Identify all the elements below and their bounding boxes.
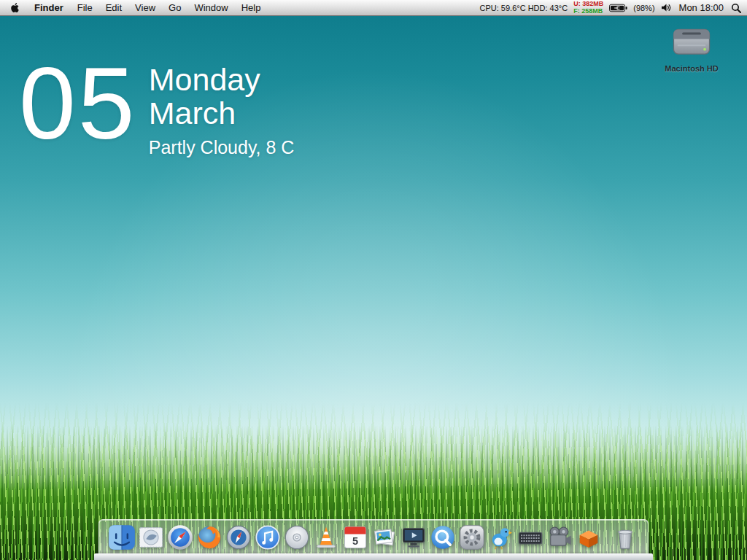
compass-icon[interactable] xyxy=(225,524,252,551)
menu-items: FileEditViewGoWindowHelp xyxy=(71,2,268,13)
menu-window[interactable]: Window xyxy=(187,2,234,13)
quicktime-icon[interactable] xyxy=(429,524,457,551)
hard-drive-icon xyxy=(669,22,714,63)
volume-icon[interactable] xyxy=(661,3,672,12)
dock-base-edge xyxy=(94,553,653,560)
memory-free: F: 258MB xyxy=(573,8,603,15)
keyboard-icon[interactable] xyxy=(516,524,544,551)
safari-icon[interactable] xyxy=(166,524,194,551)
active-app-name[interactable]: Finder xyxy=(27,2,71,13)
apple-menu[interactable] xyxy=(6,2,27,13)
itunes-icon[interactable] xyxy=(254,524,282,551)
finder-icon[interactable] xyxy=(108,524,136,551)
battery-icon[interactable] xyxy=(609,4,627,12)
menu-help[interactable]: Help xyxy=(235,2,268,13)
memory-stats[interactable]: U: 382MB F: 258MB xyxy=(573,1,603,15)
mail-icon[interactable] xyxy=(137,524,165,551)
dock: 5 xyxy=(98,519,649,560)
volume-label: Macintosh HD xyxy=(665,64,718,73)
spotlight-icon[interactable] xyxy=(731,3,741,13)
menu-edit[interactable]: Edit xyxy=(99,2,128,13)
date-weather-widget: 05 Monday March Partly Cloudy, 8 C xyxy=(19,60,294,158)
sensor-stats[interactable]: CPU: 59.6°C HDD: 43°C xyxy=(480,4,568,12)
package-icon[interactable] xyxy=(575,524,603,551)
battery-percent: (98%) xyxy=(633,4,654,12)
menu-file[interactable]: File xyxy=(71,2,99,13)
widget-weather: Partly Cloudy, 8 C xyxy=(149,137,295,158)
movie-camera-icon[interactable] xyxy=(546,524,573,551)
display-icon[interactable] xyxy=(400,524,427,551)
vlc-icon[interactable] xyxy=(312,524,340,551)
widget-day-number: 05 xyxy=(19,60,137,158)
bird-chat-icon[interactable] xyxy=(487,524,515,551)
menu-go[interactable]: Go xyxy=(162,2,187,13)
menu-bar-status: CPU: 59.6°C HDD: 43°C U: 382MB F: 258MB … xyxy=(480,1,741,15)
dvd-player-icon[interactable] xyxy=(283,524,311,551)
svg-text:5: 5 xyxy=(352,535,358,547)
widget-month: March xyxy=(149,96,295,130)
firefox-icon[interactable] xyxy=(196,524,223,551)
calendar-icon[interactable]: 5 xyxy=(341,524,369,551)
system-preferences-icon[interactable] xyxy=(458,524,486,551)
apple-logo-icon xyxy=(10,2,20,13)
photos-icon[interactable] xyxy=(371,524,398,551)
widget-weekday: Monday xyxy=(149,63,295,96)
desktop-icon-macintosh-hd[interactable]: Macintosh HD xyxy=(654,22,729,73)
menu-bar: Finder FileEditViewGoWindowHelp CPU: 59.… xyxy=(0,0,747,16)
menu-view[interactable]: View xyxy=(128,2,162,13)
dock-shelf: 5 xyxy=(98,519,649,553)
trash-icon[interactable] xyxy=(611,524,639,551)
menu-clock[interactable]: Mon 18:00 xyxy=(678,2,725,13)
